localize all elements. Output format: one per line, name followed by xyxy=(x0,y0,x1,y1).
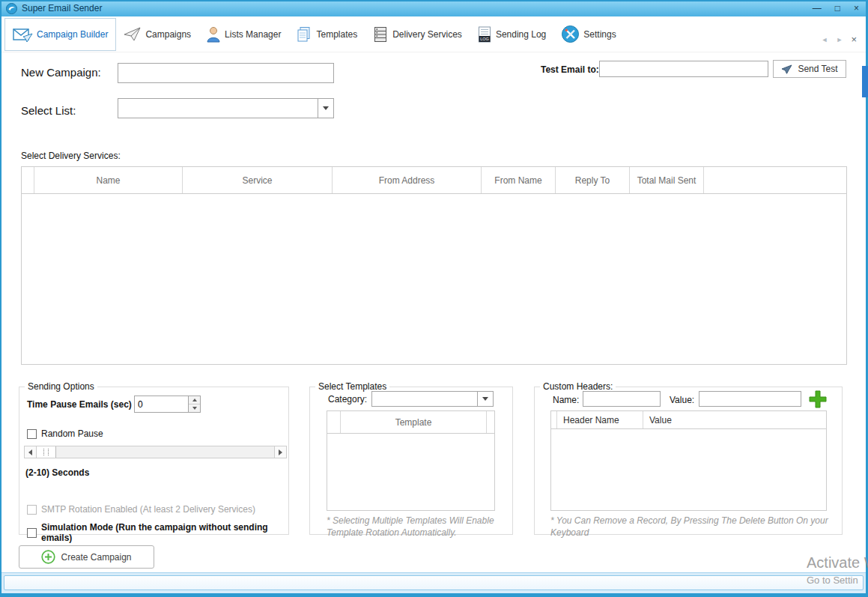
header-name-input[interactable] xyxy=(583,391,661,407)
header-value-input[interactable] xyxy=(699,391,801,407)
column-header-total-mail-sent[interactable]: Total Mail Sent xyxy=(630,167,704,193)
time-pause-stepper[interactable] xyxy=(134,396,201,413)
row-selector-column xyxy=(22,167,34,193)
tab-scroll-right-icon[interactable]: ► xyxy=(836,36,843,43)
close-button[interactable]: × xyxy=(854,4,859,13)
select-list-combobox[interactable] xyxy=(118,98,334,118)
test-email-label: Test Email to: xyxy=(541,64,599,75)
tools-icon xyxy=(561,25,580,43)
tab-strip: Campaign Builder Campaigns Lists Manager xyxy=(1,16,866,52)
campaign-builder-icon xyxy=(13,26,33,43)
range-hint-label: (2-10) Seconds xyxy=(25,467,89,478)
delivery-services-label: Select Delivery Services: xyxy=(21,151,121,161)
checkbox-box[interactable] xyxy=(27,528,37,538)
server-icon xyxy=(372,26,389,43)
custom-headers-table[interactable]: Header Name Value xyxy=(550,410,827,511)
column-header-from-name[interactable]: From Name xyxy=(482,167,556,193)
tab-campaign-builder[interactable]: Campaign Builder xyxy=(4,18,116,51)
templates-table-header: Template xyxy=(327,411,494,434)
send-icon xyxy=(781,64,792,74)
window-controls: — □ × xyxy=(813,4,862,13)
select-list-dropdown-button[interactable] xyxy=(318,99,333,118)
column-header-from-address[interactable]: From Address xyxy=(333,167,482,193)
tab-settings[interactable]: Settings xyxy=(553,18,623,51)
pause-range-scrollbar[interactable] xyxy=(24,446,287,458)
scrollbar-track[interactable] xyxy=(56,446,274,458)
header-value-label: Value: xyxy=(670,395,694,405)
tab-nav-controls: ◄ ► × xyxy=(822,34,866,52)
simulation-mode-label: Simulation Mode (Run the campaign withou… xyxy=(41,522,288,543)
maximize-button[interactable]: □ xyxy=(835,4,840,13)
plus-icon xyxy=(807,389,828,410)
app-icon xyxy=(6,3,17,14)
tab-close-icon[interactable]: × xyxy=(851,34,857,45)
column-header-header-name[interactable]: Header Name xyxy=(557,411,643,428)
custom-headers-group: Custom Headers: Name: Value: Header Name… xyxy=(534,387,843,535)
templates-table[interactable]: Template xyxy=(327,410,495,511)
stepper-down-button[interactable] xyxy=(189,404,200,412)
new-campaign-label: New Campaign: xyxy=(21,66,101,79)
test-email-input[interactable] xyxy=(599,61,768,77)
chevron-down-icon xyxy=(323,106,329,110)
send-test-button[interactable]: Send Test xyxy=(773,60,846,78)
time-pause-input[interactable] xyxy=(135,396,187,412)
scrollbar-thumb[interactable] xyxy=(37,446,56,458)
select-templates-title: Select Templates xyxy=(315,381,389,392)
smtp-rotation-checkbox[interactable]: SMTP Rotation Enabled (At least 2 Delive… xyxy=(27,504,255,515)
column-header-value[interactable]: Value xyxy=(643,411,826,428)
tab-campaigns[interactable]: Campaigns xyxy=(116,18,198,51)
tab-label: Sending Log xyxy=(496,29,546,40)
status-progress-strip xyxy=(4,575,864,590)
templates-table-body[interactable] xyxy=(327,434,494,510)
scrollbar-left-button[interactable] xyxy=(25,446,37,458)
checkbox-box[interactable] xyxy=(27,505,37,515)
create-campaign-button[interactable]: Create Campaign xyxy=(19,545,154,569)
tab-lists-manager[interactable]: Lists Manager xyxy=(198,18,288,51)
category-dropdown-button[interactable] xyxy=(477,392,493,406)
checkbox-box[interactable] xyxy=(27,429,37,439)
add-header-button[interactable] xyxy=(807,388,829,410)
sending-options-group: Sending Options Time Pause Emails (sec) … xyxy=(19,387,289,535)
column-header-name[interactable]: Name xyxy=(34,167,183,193)
simulation-mode-checkbox[interactable]: Simulation Mode (Run the campaign withou… xyxy=(27,522,288,543)
new-campaign-input[interactable] xyxy=(118,63,334,83)
tab-delivery-services[interactable]: Delivery Services xyxy=(365,18,470,51)
stepper-up-button[interactable] xyxy=(189,396,200,404)
scrollbar-right-button[interactable] xyxy=(274,446,286,458)
plus-circle-icon xyxy=(41,550,55,564)
documents-icon xyxy=(296,26,312,43)
minimize-button[interactable]: — xyxy=(813,4,822,13)
delivery-table-body[interactable] xyxy=(22,194,846,365)
window-title: Super Email Sender xyxy=(22,3,102,13)
status-bar xyxy=(1,572,866,593)
arrow-left-icon xyxy=(28,449,32,455)
time-pause-label: Time Pause Emails (sec) : xyxy=(27,399,137,410)
right-edge-fragment xyxy=(862,66,868,97)
select-list-label: Select List: xyxy=(21,104,76,117)
tab-scroll-left-icon[interactable]: ◄ xyxy=(822,36,828,43)
tab-label: Campaigns xyxy=(145,29,191,40)
tab-label: Campaign Builder xyxy=(37,29,108,40)
tab-sending-log[interactable]: LOG Sending Log xyxy=(470,18,553,51)
column-header-filler xyxy=(704,167,846,193)
delivery-services-table[interactable]: Name Service From Address From Name Repl… xyxy=(21,166,847,365)
random-pause-checkbox[interactable]: Random Pause xyxy=(27,428,103,439)
random-pause-label: Random Pause xyxy=(41,428,103,439)
tab-label: Lists Manager xyxy=(225,29,281,40)
column-header-template[interactable]: Template xyxy=(341,411,487,433)
arrow-right-icon xyxy=(279,449,282,455)
custom-headers-title: Custom Headers: xyxy=(540,381,616,392)
log-document-icon: LOG xyxy=(477,26,492,43)
tab-templates[interactable]: Templates xyxy=(288,18,365,51)
column-header-filler xyxy=(487,411,494,433)
delivery-table-header: Name Service From Address From Name Repl… xyxy=(22,167,846,194)
column-header-reply-to[interactable]: Reply To xyxy=(556,167,630,193)
custom-headers-table-body[interactable] xyxy=(551,429,826,510)
header-name-label: Name: xyxy=(553,395,579,405)
templates-note: * Selecting Multiple Templates Will Enab… xyxy=(327,515,505,539)
custom-headers-table-header: Header Name Value xyxy=(551,411,826,429)
smtp-rotation-label: SMTP Rotation Enabled (At least 2 Delive… xyxy=(41,504,255,515)
category-combobox[interactable] xyxy=(371,391,494,407)
column-header-service[interactable]: Service xyxy=(183,167,333,193)
app-window: Super Email Sender — □ × Campaign Builde… xyxy=(0,0,868,597)
